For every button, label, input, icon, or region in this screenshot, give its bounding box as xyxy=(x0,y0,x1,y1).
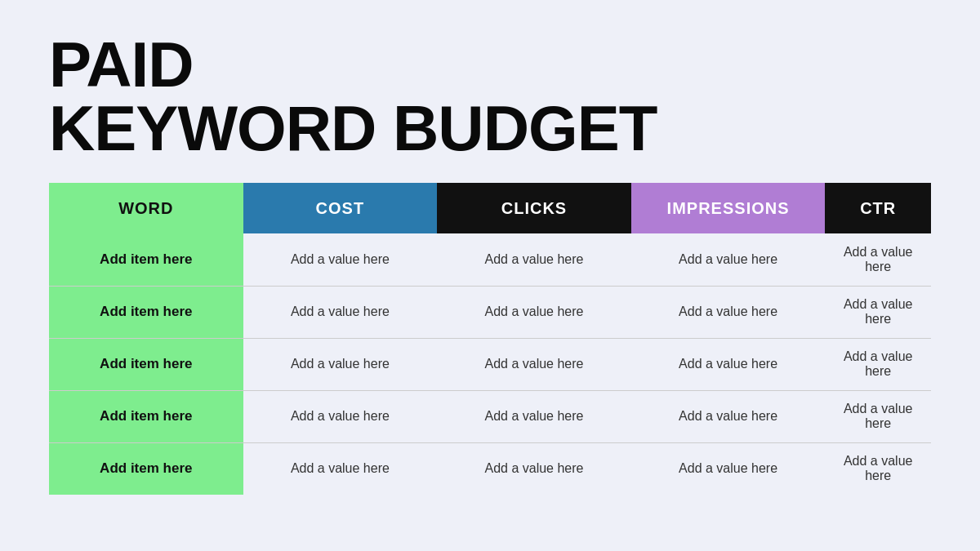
row-0-word[interactable]: Add item here xyxy=(49,233,243,286)
header-cost: COST xyxy=(243,183,438,233)
row-2-cost[interactable]: Add a value here xyxy=(243,338,438,390)
row-2-word[interactable]: Add item here xyxy=(49,338,243,390)
row-2-clicks[interactable]: Add a value here xyxy=(437,338,631,390)
header-ctr: CTR xyxy=(825,183,931,233)
row-3-impressions[interactable]: Add a value here xyxy=(631,390,826,442)
header-word: WORD xyxy=(49,183,243,233)
row-3-clicks[interactable]: Add a value here xyxy=(437,390,631,442)
row-1-clicks[interactable]: Add a value here xyxy=(437,286,631,338)
table-header-row: WORD COST CLICKS IMPRESSIONS CTR xyxy=(49,183,931,233)
row-0-ctr[interactable]: Add a value here xyxy=(825,233,931,286)
header-clicks: CLICKS xyxy=(437,183,631,233)
table-row[interactable]: Add item hereAdd a value hereAdd a value… xyxy=(49,390,931,442)
title-section: PAID KEYWORD BUDGET xyxy=(49,33,931,160)
row-1-ctr[interactable]: Add a value here xyxy=(825,286,931,338)
title-line2: KEYWORD BUDGET xyxy=(49,96,931,160)
keyword-budget-table: WORD COST CLICKS IMPRESSIONS CTR Add ite… xyxy=(49,183,931,495)
table-container: WORD COST CLICKS IMPRESSIONS CTR Add ite… xyxy=(49,183,931,527)
row-4-ctr[interactable]: Add a value here xyxy=(825,442,931,495)
table-row[interactable]: Add item hereAdd a value hereAdd a value… xyxy=(49,286,931,338)
table-row[interactable]: Add item hereAdd a value hereAdd a value… xyxy=(49,442,931,495)
title-line1: PAID xyxy=(49,33,931,96)
row-0-impressions[interactable]: Add a value here xyxy=(631,233,826,286)
header-impressions: IMPRESSIONS xyxy=(631,183,826,233)
row-4-cost[interactable]: Add a value here xyxy=(243,442,438,495)
row-4-clicks[interactable]: Add a value here xyxy=(437,442,631,495)
row-2-impressions[interactable]: Add a value here xyxy=(631,338,826,390)
row-3-word[interactable]: Add item here xyxy=(49,390,243,442)
table-row[interactable]: Add item hereAdd a value hereAdd a value… xyxy=(49,233,931,286)
row-1-cost[interactable]: Add a value here xyxy=(243,286,438,338)
row-0-clicks[interactable]: Add a value here xyxy=(437,233,631,286)
row-1-impressions[interactable]: Add a value here xyxy=(631,286,826,338)
row-3-ctr[interactable]: Add a value here xyxy=(825,390,931,442)
row-2-ctr[interactable]: Add a value here xyxy=(825,338,931,390)
row-0-cost[interactable]: Add a value here xyxy=(243,233,438,286)
row-4-word[interactable]: Add item here xyxy=(49,442,243,495)
row-3-cost[interactable]: Add a value here xyxy=(243,390,438,442)
row-1-word[interactable]: Add item here xyxy=(49,286,243,338)
table-row[interactable]: Add item hereAdd a value hereAdd a value… xyxy=(49,338,931,390)
row-4-impressions[interactable]: Add a value here xyxy=(631,442,826,495)
